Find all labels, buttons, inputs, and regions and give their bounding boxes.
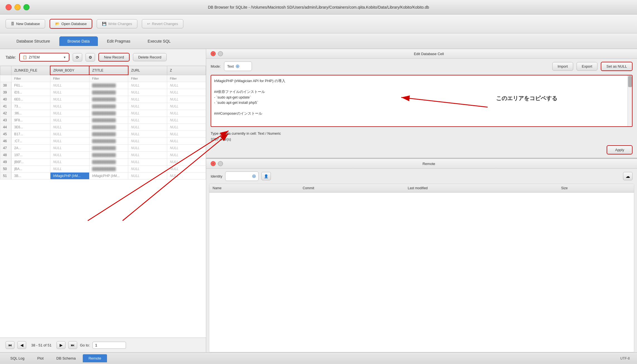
scroll-track[interactable] xyxy=(628,75,632,126)
tab-database-structure[interactable]: Database Structure xyxy=(8,36,58,46)
cell-value[interactable]: NULL xyxy=(50,103,89,110)
cell-value[interactable]: :86... xyxy=(11,110,50,117)
last-page-button[interactable]: ⏭ xyxy=(68,341,77,349)
cell-value[interactable]: ██████████ xyxy=(89,117,128,124)
cell-value[interactable]: NULL xyxy=(128,152,167,159)
table-filter-button[interactable]: ⚙ xyxy=(86,53,95,62)
delete-record-button[interactable]: Delete Record xyxy=(133,53,167,61)
table-row[interactable]: 38F61...NULL██████████NULLNULL xyxy=(0,82,206,89)
cell-value[interactable]: NULL xyxy=(167,89,206,96)
new-database-button[interactable]: 🗄 New Database xyxy=(6,19,45,28)
filter-zraw-body[interactable] xyxy=(50,75,89,82)
cell-value[interactable]: ██████████ xyxy=(89,131,128,138)
table-row[interactable]: 39iD3...NULL██████████NULLNULL xyxy=(0,89,206,96)
cell-value[interactable]: NULL xyxy=(50,166,89,173)
filter-ztitle[interactable] xyxy=(89,75,128,82)
refresh-button[interactable]: ⟳ xyxy=(73,53,82,62)
cell-value[interactable]: NULL xyxy=(167,138,206,145)
cell-value[interactable]: NULL xyxy=(167,173,206,179)
filter-z[interactable] xyxy=(167,75,206,82)
cell-value[interactable]: NULL xyxy=(128,110,167,117)
cell-value[interactable]: NULL xyxy=(128,96,167,103)
cell-value[interactable]: NULL xyxy=(50,138,89,145)
tab-sql-log[interactable]: SQL Log xyxy=(4,354,30,362)
cell-value[interactable]: NULL xyxy=(128,117,167,124)
cell-value[interactable]: ██████████ xyxy=(89,124,128,131)
cell-value[interactable]: ██████████ xyxy=(89,152,128,159)
cell-value[interactable]: NULL xyxy=(167,110,206,117)
tab-execute-sql[interactable]: Execute SQL xyxy=(140,36,179,46)
cell-value[interactable]: NULL xyxy=(50,124,89,131)
set-null-button[interactable]: Set as NULL xyxy=(601,62,633,71)
table-row[interactable]: 49|B6F...NULL██████████NULLNULL xyxy=(0,159,206,166)
filter-zlinked-file[interactable] xyxy=(11,75,50,82)
cell-value[interactable]: 6E0... xyxy=(11,96,50,103)
apply-button[interactable]: Apply xyxy=(607,145,633,154)
cell-value[interactable]: ██████████ xyxy=(89,145,128,152)
close-button[interactable] xyxy=(6,4,12,10)
cell-value[interactable]: iD3... xyxy=(11,89,50,96)
filter-input-zlinked[interactable] xyxy=(14,77,47,80)
table-row[interactable]: 45B17...NULL██████████NULLNULL xyxy=(0,131,206,138)
edit-cell-close-button[interactable]: ✕ xyxy=(211,51,216,56)
col-header-ztitle[interactable]: ZTITLE xyxy=(89,66,128,75)
cell-value[interactable]: NULL xyxy=(128,138,167,145)
table-row[interactable]: 46:C7...NULL██████████NULLNULL xyxy=(0,138,206,145)
cell-value[interactable]: NULL xyxy=(167,96,206,103)
cell-value[interactable]: 2A... xyxy=(11,145,50,152)
cell-value[interactable]: NULL xyxy=(167,131,206,138)
cell-value[interactable]: IrMagicPHP (IrM... xyxy=(50,173,89,179)
cell-value[interactable]: NULL xyxy=(167,117,206,124)
table-row[interactable]: 443E6...NULL██████████NULLNULL xyxy=(0,124,206,131)
col-header-zlinked-file[interactable]: ZLINKED_FILE xyxy=(11,66,50,75)
filter-input-ztitle[interactable] xyxy=(92,77,125,80)
tab-remote[interactable]: Remote xyxy=(83,354,107,362)
identity-select[interactable]: ⊕ xyxy=(225,171,259,181)
remote-minimize-button[interactable] xyxy=(218,161,223,166)
revert-changes-button[interactable]: ↩ Revert Changes xyxy=(142,19,183,28)
cell-value[interactable]: NULL xyxy=(167,124,206,131)
cell-value[interactable]: NULL xyxy=(128,159,167,166)
open-database-button[interactable]: 📂 Open Database xyxy=(50,19,92,29)
filter-input-z[interactable] xyxy=(170,77,203,80)
cell-value[interactable]: NULL xyxy=(128,145,167,152)
col-header-zraw-body[interactable]: ZRAW_BODY xyxy=(50,66,89,75)
cell-value[interactable]: NULL xyxy=(50,131,89,138)
filter-zurl[interactable] xyxy=(128,75,167,82)
cell-value[interactable]: NULL xyxy=(128,173,167,179)
cell-value[interactable]: NULL xyxy=(167,145,206,152)
cell-value[interactable]: NULL xyxy=(167,166,206,173)
cell-value[interactable]: NULL xyxy=(50,89,89,96)
first-page-button[interactable]: ⏮ xyxy=(6,341,14,349)
table-row[interactable]: 4173...NULL██████████NULLNULL xyxy=(0,103,206,110)
tab-plot[interactable]: Plot xyxy=(31,354,49,362)
cell-value[interactable]: B17... xyxy=(11,131,50,138)
cell-value[interactable]: NULL xyxy=(50,96,89,103)
data-table-container[interactable]: ZLINKED_FILE ZRAW_BODY ZTITLE ZURL Z xyxy=(0,66,206,338)
cell-value[interactable]: ██████████ xyxy=(89,166,128,173)
tab-db-schema[interactable]: DB Schema xyxy=(50,354,81,362)
cell-value[interactable]: NULL xyxy=(50,152,89,159)
cell-value[interactable]: NULL xyxy=(50,117,89,124)
edit-cell-minimize-button[interactable] xyxy=(218,51,223,56)
table-row[interactable]: 513B...IrMagicPHP (IrM...IrMagicPHP (IrM… xyxy=(0,173,206,179)
cell-content-textarea[interactable] xyxy=(211,75,632,126)
cell-value[interactable]: NULL xyxy=(128,131,167,138)
remote-upload-button[interactable]: ☁ xyxy=(623,172,633,180)
filter-input-zraw[interactable] xyxy=(53,77,86,80)
table-selector[interactable]: 📋 ZITEM ▼ xyxy=(19,53,69,62)
goto-input[interactable] xyxy=(93,342,126,349)
cell-value[interactable]: 73... xyxy=(11,103,50,110)
cell-value[interactable]: NULL xyxy=(167,103,206,110)
cell-value[interactable]: :C7... xyxy=(11,138,50,145)
next-page-button[interactable]: ▶ xyxy=(57,341,65,349)
cell-value[interactable]: ██████████ xyxy=(89,138,128,145)
cell-value[interactable]: 197... xyxy=(11,152,50,159)
cell-value[interactable]: ██████████ xyxy=(89,159,128,166)
identity-add-button[interactable]: 👤 xyxy=(261,172,271,180)
remote-close-button[interactable]: ✕ xyxy=(211,161,216,166)
cell-value[interactable]: ██████████ xyxy=(89,89,128,96)
cell-value[interactable]: NULL xyxy=(128,124,167,131)
cell-value[interactable]: ██████████ xyxy=(89,96,128,103)
table-row[interactable]: 42:86...NULL██████████NULLNULL xyxy=(0,110,206,117)
